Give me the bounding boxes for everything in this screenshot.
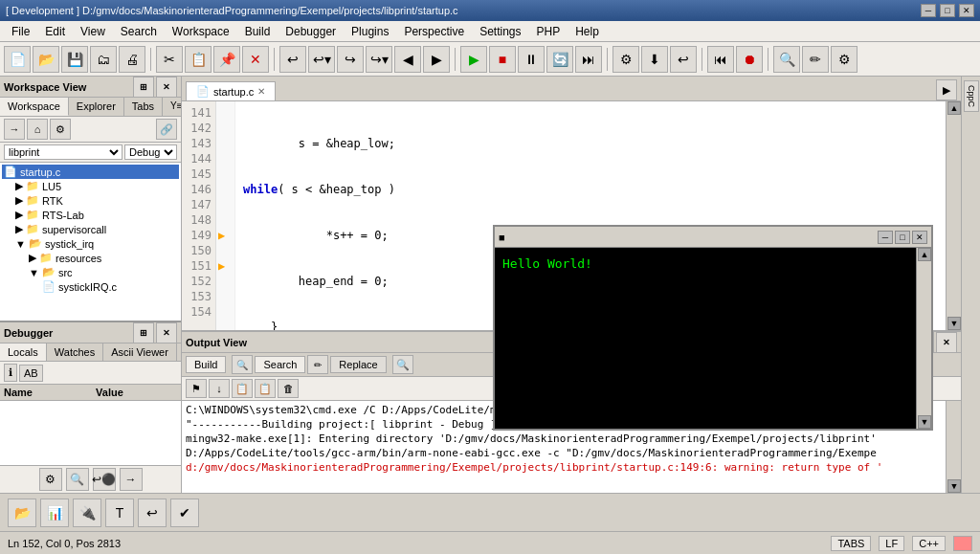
restart-button[interactable]: 🔄 <box>546 46 573 73</box>
save-button[interactable]: 💾 <box>61 46 88 73</box>
paste-button[interactable]: 📌 <box>213 46 240 73</box>
back-button[interactable]: ◀ <box>394 46 421 73</box>
menu-debugger[interactable]: Debugger <box>278 23 344 40</box>
right-panel-btn1[interactable]: CppC <box>964 80 979 112</box>
bt-btn-text[interactable]: T <box>105 499 134 527</box>
bt-btn-plugin[interactable]: 🔌 <box>73 499 101 527</box>
close-button[interactable]: ✕ <box>959 4 974 17</box>
debug-btn3[interactable]: ↩ <box>670 46 697 73</box>
editor-scroll-right[interactable]: ▶ <box>936 79 957 100</box>
jump-back-button[interactable]: ⏮ <box>707 46 734 73</box>
terminal-minimize-btn[interactable]: ─ <box>878 231 893 244</box>
redo-dropdown[interactable]: ↪▾ <box>366 46 392 73</box>
tree-item-resources[interactable]: ▶ 📁 resources <box>2 251 179 265</box>
debugger-tab-ascii[interactable]: Ascii Viewer <box>103 343 177 361</box>
open-button[interactable]: 📂 <box>33 46 59 73</box>
tab-extra[interactable]: Y≡ <box>163 98 181 116</box>
menu-workspace[interactable]: Workspace <box>165 23 237 40</box>
tree-item-systick[interactable]: ▼ 📂 systick_irq <box>2 236 179 251</box>
tree-item-rtk[interactable]: ▶ 📁 RTK <box>2 193 179 208</box>
debugger-run-btn[interactable]: ⚙ <box>39 468 62 491</box>
menu-php[interactable]: PHP <box>529 23 568 40</box>
menu-edit[interactable]: Edit <box>37 23 73 40</box>
terminal-scroll-down[interactable]: ▼ <box>918 415 931 429</box>
tab-close-button[interactable]: ✕ <box>257 86 265 97</box>
run-button[interactable]: ▶ <box>460 46 487 73</box>
terminal-scrollbar[interactable]: ▲ ▼ <box>916 248 931 429</box>
ws-btn-arrow[interactable]: → <box>4 119 25 140</box>
print-button[interactable]: 🖨 <box>119 46 145 73</box>
bt-btn-check[interactable]: ✔ <box>170 499 199 527</box>
tree-item-src[interactable]: ▼ 📂 src <box>2 265 179 279</box>
editor-tab-startup[interactable]: 📄 startup.c ✕ <box>186 81 276 100</box>
tab-workspace[interactable]: Workspace <box>0 98 69 116</box>
terminal-maximize-btn[interactable]: □ <box>895 231 910 244</box>
output-tab-build[interactable]: Build <box>186 356 226 373</box>
tab-explorer[interactable]: Explorer <box>69 98 124 116</box>
scroll-down-btn[interactable]: ▼ <box>947 317 961 330</box>
output-scrollbar[interactable]: ▼ <box>946 401 961 493</box>
debugger-regex-btn[interactable]: AB <box>19 365 43 382</box>
tree-item-rtslab[interactable]: ▶ 📁 RTS-Lab <box>2 208 179 222</box>
menu-build[interactable]: Build <box>237 23 278 40</box>
bt-btn-chart[interactable]: 📊 <box>40 499 69 527</box>
output-scroll-down[interactable]: ▼ <box>947 479 961 493</box>
debug-btn1[interactable]: ⚙ <box>612 46 639 73</box>
bt-btn-undo[interactable]: ↩ <box>138 499 167 527</box>
terminal-scroll-up[interactable]: ▲ <box>918 248 931 261</box>
debugger-tab-watches[interactable]: Watches <box>47 343 103 361</box>
debugger-step-btn[interactable]: ↩⚫ <box>93 468 116 491</box>
output-search-btn[interactable]: 🔍 <box>392 355 413 374</box>
output-close-btn[interactable]: ✕ <box>936 332 957 353</box>
output-btn4[interactable]: 📋 <box>255 379 276 398</box>
editor-scrollbar[interactable]: ▲ ▼ <box>946 101 961 330</box>
tree-item-lu5[interactable]: ▶ 📁 LU5 <box>2 179 179 193</box>
forward-button[interactable]: ▶ <box>423 46 450 73</box>
tree-item-startup[interactable]: 📄 startup.c <box>2 165 179 179</box>
bt-btn-folder[interactable]: 📂 <box>8 499 36 527</box>
menu-settings[interactable]: Settings <box>472 23 528 40</box>
copy-button[interactable]: 📋 <box>185 46 212 73</box>
close-panel-button[interactable]: ✕ <box>156 77 177 98</box>
float-button[interactable]: ⊞ <box>133 77 154 98</box>
ws-btn-link[interactable]: 🔗 <box>156 119 177 140</box>
ws-btn-home[interactable]: ⌂ <box>27 119 48 140</box>
debugger-search-btn[interactable]: 🔍 <box>66 468 89 491</box>
debugger-tab-locals[interactable]: Locals <box>0 343 47 361</box>
record-button[interactable]: ⏺ <box>736 46 763 73</box>
terminal-close-btn[interactable]: ✕ <box>912 231 927 244</box>
project-dropdown[interactable]: libprint <box>4 144 122 160</box>
debug-btn2[interactable]: ⬇ <box>641 46 668 73</box>
next-button[interactable]: ⏭ <box>575 46 602 73</box>
cut-button[interactable]: ✂ <box>156 46 183 73</box>
menu-search[interactable]: Search <box>113 23 165 40</box>
menu-perspective[interactable]: Perspective <box>396 23 472 40</box>
pause-button[interactable]: ⏸ <box>518 46 545 73</box>
undo-button[interactable]: ↩ <box>279 46 306 73</box>
save-all-button[interactable]: 🗂 <box>90 46 117 73</box>
scroll-up-btn[interactable]: ▲ <box>947 101 961 115</box>
debugger-close-btn[interactable]: ✕ <box>156 322 177 343</box>
minimize-button[interactable]: ─ <box>921 4 936 17</box>
output-btn3[interactable]: 📋 <box>232 379 253 398</box>
new-button[interactable]: 📄 <box>4 46 31 73</box>
edit-toolbar-button[interactable]: ✏ <box>802 46 829 73</box>
debugger-forward-btn[interactable]: → <box>120 468 143 491</box>
close-file-button[interactable]: ✕ <box>242 46 269 73</box>
tree-item-supervisorcall[interactable]: ▶ 📁 supervisorcall <box>2 222 179 236</box>
output-btn5[interactable]: 🗑 <box>278 379 299 398</box>
output-btn1[interactable]: ⚑ <box>186 379 207 398</box>
maximize-button[interactable]: □ <box>940 4 955 17</box>
menu-help[interactable]: Help <box>568 23 607 40</box>
menu-file[interactable]: File <box>4 23 37 40</box>
tab-tabs[interactable]: Tabs <box>124 98 163 116</box>
settings-toolbar-button[interactable]: ⚙ <box>831 46 858 73</box>
debugger-float-btn[interactable]: ⊞ <box>133 322 154 343</box>
stop-button[interactable]: ■ <box>489 46 516 73</box>
output-tab-replace[interactable]: Replace <box>330 356 386 373</box>
tree-item-systickirq[interactable]: 📄 systickIRQ.c <box>2 279 179 294</box>
debugger-info-btn[interactable]: ℹ <box>4 364 17 382</box>
redo-button[interactable]: ↪ <box>337 46 364 73</box>
undo-dropdown[interactable]: ↩▾ <box>308 46 335 73</box>
output-btn2[interactable]: ↓ <box>209 379 230 398</box>
